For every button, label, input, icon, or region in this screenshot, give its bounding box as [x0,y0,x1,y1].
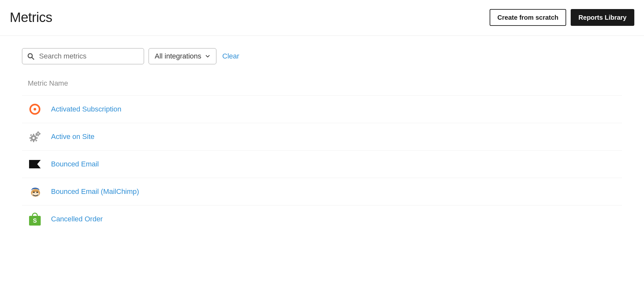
metric-link[interactable]: Bounced Email [51,160,99,168]
svg-rect-5 [33,140,34,142]
metric-link[interactable]: Activated Subscription [51,105,121,113]
svg-rect-6 [29,137,31,139]
content-area: All integrations Clear Metric Name Activ… [0,36,644,233]
chevron-down-icon [205,54,210,59]
search-wrapper[interactable] [22,48,144,64]
svg-rect-4 [33,134,34,136]
gears-icon [28,130,42,144]
mailchimp-icon [28,185,42,199]
svg-rect-14 [38,131,39,132]
clear-filters-link[interactable]: Clear [222,52,239,60]
svg-rect-7 [36,137,38,139]
metrics-table: Metric Name Activated Subscription [22,79,622,233]
table-row: Activated Subscription [22,96,622,123]
svg-rect-15 [38,135,39,136]
table-row: S Cancelled Order [22,206,622,233]
svg-line-1 [32,58,34,59]
svg-point-3 [33,137,35,139]
svg-rect-16 [36,133,37,134]
page-header: Metrics Create from scratch Reports Libr… [0,0,644,36]
table-row: Bounced Email (MailChimp) [22,178,622,206]
cratejoy-icon [28,102,42,116]
svg-rect-17 [39,133,41,134]
page-title: Metrics [10,10,52,25]
shopify-icon: S [28,212,42,226]
metric-link[interactable]: Active on Site [51,132,95,141]
metric-link[interactable]: Bounced Email (MailChimp) [51,187,139,196]
svg-point-20 [33,192,35,193]
svg-point-21 [36,192,38,193]
create-from-scratch-button[interactable]: Create from scratch [490,9,566,26]
integrations-select[interactable]: All integrations [149,48,216,64]
svg-point-13 [37,133,39,134]
filter-bar: All integrations Clear [22,48,622,64]
header-actions: Create from scratch Reports Library [490,9,634,26]
integrations-select-label: All integrations [155,52,201,60]
metric-link[interactable]: Cancelled Order [51,215,103,223]
klaviyo-flag-icon [28,157,42,171]
column-header-metric-name[interactable]: Metric Name [22,79,622,96]
reports-library-button[interactable]: Reports Library [571,9,634,26]
search-icon [27,52,35,60]
search-input[interactable] [39,52,139,60]
table-row: Active on Site [22,123,622,151]
table-row: Bounced Email [22,151,622,178]
